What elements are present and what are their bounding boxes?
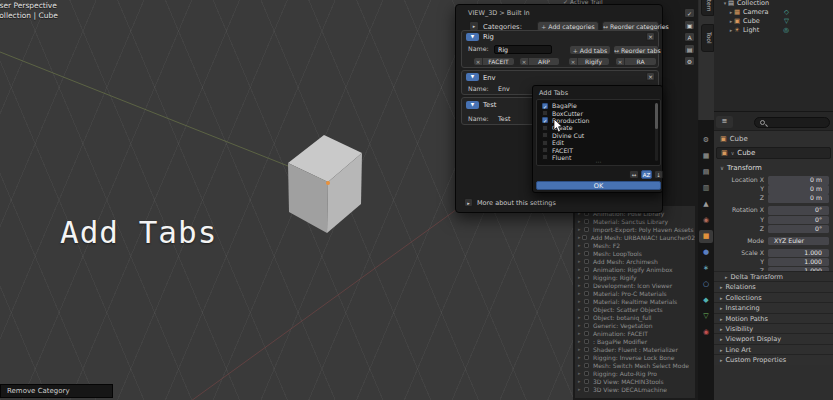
addon-list-item[interactable]: ▸Generic: Vegetation xyxy=(578,321,695,329)
tab-checkbox[interactable]: ✓ xyxy=(542,103,548,109)
panel-viewport-display[interactable]: ▸Viewport Display xyxy=(714,333,833,343)
addon-checkbox[interactable] xyxy=(584,323,589,328)
value-field[interactable]: 0 m xyxy=(768,176,829,185)
addon-list-item[interactable]: ▸Import-Export: Poly Haven Assets xyxy=(578,225,695,233)
value-field[interactable]: XYZ Euler xyxy=(768,237,829,246)
constraints-tab-icon[interactable]: ◆ xyxy=(699,294,713,307)
addon-checkbox[interactable] xyxy=(584,347,589,352)
addon-checkbox[interactable] xyxy=(584,379,589,384)
scrollbar-thumb[interactable] xyxy=(655,103,658,129)
outliner-item-camera[interactable]: ▸▦Camera◇ xyxy=(728,7,833,16)
addon-checkbox[interactable] xyxy=(582,235,586,240)
addon-checkbox[interactable] xyxy=(584,307,589,312)
panel-delta-transform[interactable]: ▸Delta Transform xyxy=(714,271,833,281)
outliner-collection-row[interactable]: ▾ ▤ Collection xyxy=(714,0,833,7)
cube-data-icon[interactable]: ▽ xyxy=(784,17,789,25)
addon-list-item[interactable]: ▸Animation: Rigify Animbox xyxy=(578,265,695,273)
addon-list-item[interactable]: ▸3D View: DECALmachine xyxy=(578,385,695,393)
particles-tab-icon[interactable]: ∗ xyxy=(699,262,713,275)
env-dropdown-button[interactable]: ▼ xyxy=(466,73,479,81)
addon-checkbox[interactable] xyxy=(584,339,589,344)
npanel-tab-item[interactable]: Item xyxy=(701,0,714,16)
value-field[interactable]: 0° xyxy=(768,225,829,234)
value-field[interactable]: 0 m xyxy=(768,185,829,194)
tab-checkbox[interactable] xyxy=(542,140,548,146)
sort-down-icon[interactable]: ↓ xyxy=(654,170,663,179)
addon-checkbox[interactable] xyxy=(584,363,589,368)
env-close-button[interactable]: × xyxy=(646,72,655,81)
value-field[interactable]: 0 m xyxy=(768,194,829,203)
addon-list-item[interactable]: ▸Material: Realtime Materials xyxy=(578,297,695,305)
list-scrollbar[interactable] xyxy=(655,103,658,161)
addon-checkbox[interactable] xyxy=(584,275,589,280)
gear-icon[interactable]: ⚙ xyxy=(684,56,695,66)
cube-object[interactable] xyxy=(288,135,362,233)
panel-custom-properties[interactable]: ▸Custom Properties xyxy=(714,354,833,364)
scene-tab-icon[interactable]: ▲ xyxy=(699,198,713,211)
addon-checkbox[interactable] xyxy=(584,219,589,224)
addon-list-item[interactable]: ▸: BagaPie Modifier xyxy=(578,337,695,345)
reorder-icon[interactable]: ↔ xyxy=(629,170,639,179)
addon-checkbox[interactable] xyxy=(584,355,589,360)
addon-list-item[interactable]: ▸Mesh: Switch Mesh Select Mode xyxy=(578,361,695,369)
tab-checkbox[interactable]: ✓ xyxy=(542,117,548,123)
manual-icon[interactable]: ▤ xyxy=(684,44,695,54)
addon-list-item[interactable]: ▸Development: Icon Viewer xyxy=(578,281,695,289)
viewlayer-tab-icon[interactable]: ▥ xyxy=(699,182,713,195)
addon-list-item[interactable]: ▸Add Mesh: URBANIAC! Launcher02 xyxy=(578,233,695,241)
object-name-field[interactable]: ▣∨Cube xyxy=(716,147,831,159)
rig-name-input[interactable]: Rig xyxy=(494,45,552,54)
render-tab-icon[interactable]: ▦ xyxy=(699,150,713,163)
tab-checkbox[interactable] xyxy=(542,125,548,131)
addon-list-item[interactable]: ▸Mesh: F2 xyxy=(578,241,695,249)
addon-list-item[interactable]: ▸Shader: Fluent : Materializer xyxy=(578,345,695,353)
npanel-tab-tool[interactable]: Tool xyxy=(701,24,714,52)
addon-checkbox[interactable] xyxy=(584,243,589,248)
outliner-item-cube[interactable]: ▸▣Cube▽ xyxy=(728,16,833,25)
panel-motion-paths[interactable]: ▸Motion Paths xyxy=(714,313,833,323)
font-icon[interactable]: A xyxy=(684,32,695,42)
more-settings-expand-button[interactable]: ▸ xyxy=(464,198,473,207)
addon-checkbox[interactable] xyxy=(584,387,589,392)
search-input[interactable] xyxy=(754,117,830,128)
addon-checkbox[interactable] xyxy=(584,371,589,376)
addon-list-item[interactable]: ▸Mesh: LoopTools xyxy=(578,249,695,257)
add-tabs-list-item[interactable]: BoxCutter xyxy=(542,109,660,116)
panel-relations[interactable]: ▸Relations xyxy=(714,281,833,291)
duplicate-icon[interactable]: ▣ xyxy=(684,20,695,30)
tab-checkbox[interactable] xyxy=(542,147,548,153)
panel-visibility[interactable]: ▸Visibility xyxy=(714,323,833,333)
editor-type-button[interactable]: ≡ xyxy=(716,116,733,128)
light-data-icon[interactable]: ◎ xyxy=(783,26,789,34)
add-tabs-list-item[interactable]: Edit xyxy=(542,139,660,146)
addon-checkbox[interactable] xyxy=(584,227,589,232)
addon-list-item[interactable]: ▸Material: Pro-C Materials xyxy=(578,289,695,297)
physics-tab-icon[interactable]: ○ xyxy=(699,278,713,291)
addon-list-item[interactable]: ▸Rigging: Inverse Lock Bone xyxy=(578,353,695,361)
addon-list-item[interactable]: ▸Add Mesh: Archimesh xyxy=(578,257,695,265)
addon-checkbox[interactable] xyxy=(584,259,589,264)
output-tab-icon[interactable]: ▤ xyxy=(699,166,713,179)
addon-list-item[interactable]: ▸Rigging: Auto-Rig Pro xyxy=(578,369,695,377)
ok-button[interactable]: OK xyxy=(536,181,661,190)
panel-instancing[interactable]: ▸Instancing xyxy=(714,302,833,312)
object-tab-icon[interactable]: ■ xyxy=(699,230,713,243)
env-name-value[interactable]: Env xyxy=(498,85,510,92)
camera-data-icon[interactable]: ◇ xyxy=(784,8,789,16)
tab-checkbox[interactable] xyxy=(542,110,548,116)
rig-tab-chip[interactable]: ×ARP xyxy=(519,57,560,66)
add-tabs-list-item[interactable]: ✓BagaPie xyxy=(542,102,660,109)
value-field[interactable]: 0° xyxy=(768,206,829,215)
addon-checkbox[interactable] xyxy=(584,283,589,288)
check-icon[interactable]: ✓ xyxy=(684,8,695,18)
tab-checkbox[interactable] xyxy=(542,132,548,138)
add-tabs-button[interactable]: +Add tabs xyxy=(569,45,611,55)
close-icon[interactable]: × xyxy=(520,58,529,65)
data-tab-icon[interactable]: ▽ xyxy=(699,310,713,323)
close-icon[interactable]: × xyxy=(616,58,625,65)
sort-alpha-icon[interactable]: AZ xyxy=(641,170,652,179)
panel-collections[interactable]: ▸Collections xyxy=(714,292,833,302)
rig-tab-chip[interactable]: ×FACEIT xyxy=(473,57,515,66)
addon-checkbox[interactable] xyxy=(584,315,589,320)
modifiers-tab-icon[interactable]: ● xyxy=(699,246,713,259)
